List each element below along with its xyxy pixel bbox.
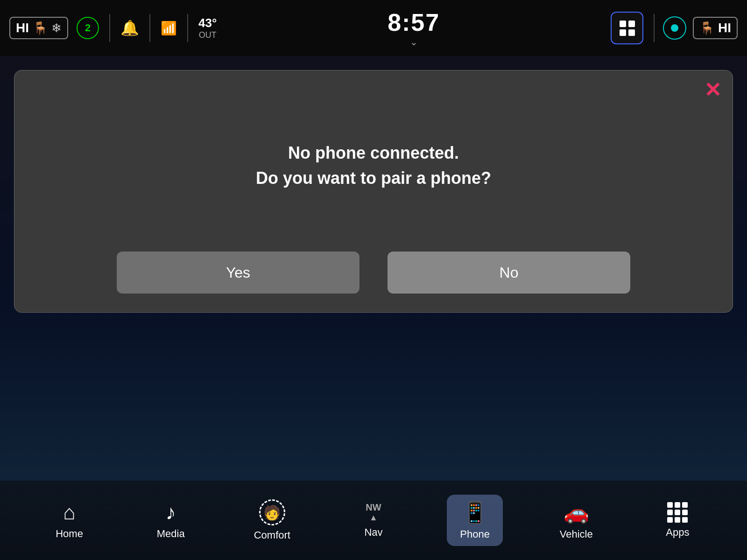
nav-item-comfort[interactable]: 🧑 Comfort	[244, 499, 300, 541]
phone-label: Phone	[460, 528, 490, 540]
bell-icon[interactable]: 🔔	[120, 19, 139, 37]
nav-item-home[interactable]: ⌂ Home	[42, 501, 98, 540]
vehicle-icon: 🚗	[564, 500, 589, 525]
seat-cool-icon: ❄	[51, 21, 62, 35]
nav-item-navigation[interactable]: NW ▲ Nav	[345, 502, 402, 539]
temp-value: 43°	[198, 16, 217, 30]
dialog-overlay: ✕ No phone connected.Do you want to pair…	[0, 56, 747, 481]
divider-1	[109, 14, 110, 42]
left-seat-hi-label: HI	[16, 21, 29, 35]
right-seat-control[interactable]: 🪑 HI	[693, 17, 738, 39]
home-icon: ⌂	[63, 501, 76, 524]
compass-icon: NW ▲	[366, 502, 381, 523]
right-seat-icon: 🪑	[699, 21, 714, 35]
status-bar: HI 🪑 ❄ 2 🔔 📶 43° OUT 8:57 ⌄ 🪑	[0, 0, 747, 56]
apps-grid-button[interactable]	[611, 12, 643, 44]
temp-label: OUT	[199, 30, 217, 40]
nav-item-phone[interactable]: 📱 Phone	[447, 495, 503, 546]
yes-button[interactable]: Yes	[117, 252, 359, 294]
apps-label: Apps	[666, 526, 689, 539]
main-content-area: ✕ No phone connected.Do you want to pair…	[0, 56, 747, 481]
right-seat-hi-label: HI	[718, 21, 731, 35]
divider-2	[149, 14, 150, 42]
home-label: Home	[56, 528, 83, 540]
dialog-message-text: No phone connected.Do you want to pair a…	[256, 140, 491, 191]
nav-item-media[interactable]: ♪ Media	[143, 501, 199, 540]
apps-grid-icon	[620, 21, 635, 36]
notification-count: 2	[85, 22, 91, 34]
nav-item-apps[interactable]: Apps	[649, 502, 705, 539]
right-status-controls: 🪑 HI	[652, 14, 738, 42]
media-label: Media	[157, 528, 185, 540]
dialog-close-button[interactable]: ✕	[704, 80, 721, 100]
no-button[interactable]: No	[388, 252, 630, 294]
media-icon: ♪	[166, 501, 176, 524]
outside-temperature: 43° OUT	[198, 16, 217, 40]
vehicle-label: Vehicle	[560, 528, 593, 540]
left-seat-control[interactable]: HI 🪑 ❄	[9, 17, 68, 39]
pair-phone-dialog: ✕ No phone connected.Do you want to pair…	[14, 70, 733, 313]
apps-icon	[667, 502, 688, 523]
divider-4	[654, 14, 655, 42]
alexa-button[interactable]	[663, 16, 686, 40]
clock-display: 8:57 ⌄	[225, 8, 602, 48]
seat-heat-icon: 🪑	[33, 21, 48, 35]
nav-item-vehicle[interactable]: 🚗 Vehicle	[548, 500, 604, 540]
phone-icon: 📱	[462, 500, 488, 525]
comfort-label: Comfort	[254, 529, 290, 541]
comfort-icon: 🧑	[259, 499, 285, 525]
time-arrow: ⌄	[410, 36, 418, 48]
time-value: 8:57	[388, 8, 440, 36]
bottom-navigation: ⌂ Home ♪ Media 🧑 Comfort NW ▲ Nav 📱 Phon…	[0, 481, 747, 560]
wifi-icon: 📶	[161, 21, 177, 36]
nav-label: Nav	[364, 526, 382, 539]
dialog-button-group: Yes No	[33, 252, 714, 294]
alexa-indicator	[671, 24, 678, 32]
divider-3	[187, 14, 188, 42]
dialog-message-area: No phone connected.Do you want to pair a…	[256, 89, 491, 242]
notification-badge[interactable]: 2	[77, 17, 99, 39]
